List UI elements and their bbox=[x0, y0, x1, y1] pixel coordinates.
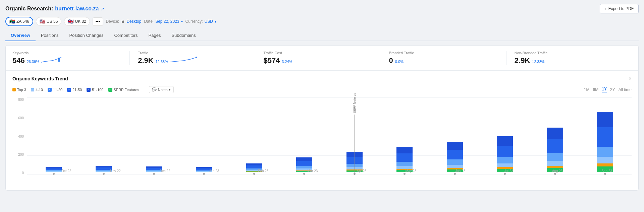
stacked-bar[interactable] bbox=[597, 112, 613, 172]
x-label-jul-23: Jul 23 bbox=[504, 169, 513, 173]
y-label-800: 800 bbox=[18, 98, 24, 101]
legend-dot-top3 bbox=[12, 88, 16, 91]
bar-segment-r4_10 bbox=[547, 161, 563, 166]
flag-za: 🇿🇦 bbox=[9, 19, 15, 24]
legend-label-top3: Top 3 bbox=[17, 88, 26, 92]
keywords-sparkline bbox=[41, 56, 61, 64]
bar-segment-r11_20 bbox=[396, 162, 413, 166]
more-regions-button[interactable]: ••• bbox=[93, 17, 103, 26]
page-title-static: Organic Research: bbox=[5, 6, 53, 12]
time-all[interactable]: All time bbox=[619, 87, 632, 92]
bar-segment-r21_50 bbox=[346, 157, 363, 164]
bar-segment-r51_100 bbox=[597, 112, 613, 127]
date-dropdown-arrow: ▾ bbox=[181, 20, 183, 23]
bar-segment-r51_100 bbox=[497, 136, 513, 146]
traffic-cost-label: Traffic Cost bbox=[263, 51, 372, 55]
legend-label-4-10: 4-10 bbox=[36, 88, 43, 92]
time-1y[interactable]: 1Y bbox=[602, 87, 607, 92]
notes-icon: 💬 bbox=[152, 87, 157, 92]
traffic-label: Traffic bbox=[138, 51, 247, 55]
tab-pages[interactable]: Pages bbox=[143, 30, 166, 41]
chart-controls: Top 3 4-10 ✓ 11-20 ✓ 21-50 bbox=[12, 86, 632, 93]
y-axis: 800 600 400 200 0 bbox=[12, 98, 26, 175]
time-range-row: 1M 6M 1Y 2Y All time bbox=[584, 87, 632, 92]
y-label-400: 400 bbox=[18, 135, 24, 138]
close-chart-button[interactable]: × bbox=[629, 76, 632, 81]
non-branded-label: Non-Branded Traffic bbox=[515, 51, 624, 55]
bar-segment-r21_50 bbox=[597, 127, 613, 147]
region-uk[interactable]: 🇬🇧 UK 32 bbox=[64, 17, 90, 26]
legend-label-51-100: 51-100 bbox=[92, 88, 103, 92]
region-filter-row: 🇿🇦 ZA 546 🇺🇸 US 55 🇬🇧 UK 32 ••• Device: … bbox=[5, 17, 639, 26]
device-icon: 🖥 bbox=[121, 19, 125, 24]
legend-serp[interactable]: ✓ SERP Features bbox=[108, 88, 139, 92]
x-label-dec-22: Dec 22 bbox=[160, 169, 170, 173]
traffic-cost-change: 3.24% bbox=[282, 60, 292, 64]
bar-segment-r11_20 bbox=[497, 157, 513, 163]
flag-us: 🇺🇸 bbox=[40, 19, 45, 24]
device-filter: Device: 🖥 Desktop bbox=[106, 19, 141, 24]
legend-label-serp: SERP Features bbox=[114, 88, 139, 92]
metric-keywords: Keywords 546 26.39% bbox=[12, 51, 130, 65]
legend-21-50[interactable]: ✓ 21-50 bbox=[67, 88, 82, 92]
tab-subdomains[interactable]: Subdomains bbox=[166, 30, 201, 41]
bar-group-sep-23 bbox=[597, 112, 613, 175]
y-label-600: 600 bbox=[18, 116, 24, 120]
bar-segment-r11_20 bbox=[447, 159, 463, 164]
device-value[interactable]: Desktop bbox=[126, 19, 141, 24]
export-pdf-button[interactable]: ↑ Export to PDF bbox=[600, 4, 639, 13]
time-6m[interactable]: 6M bbox=[593, 87, 599, 92]
legend-11-20[interactable]: ✓ 11-20 bbox=[48, 88, 62, 92]
tab-competitors[interactable]: Competitors bbox=[109, 30, 143, 41]
bar-segment-r21_50 bbox=[296, 161, 312, 166]
legend-4-10[interactable]: 4-10 bbox=[31, 88, 43, 92]
tab-overview[interactable]: Overview bbox=[5, 30, 36, 41]
legend-51-100[interactable]: ✓ 51-100 bbox=[87, 88, 103, 92]
legend-dot-4-10 bbox=[31, 88, 34, 91]
tab-positions[interactable]: Positions bbox=[36, 30, 64, 41]
bar-segment-r51_100 bbox=[396, 147, 413, 153]
currency-label: Currency: bbox=[185, 19, 203, 24]
legend-label-11-20: 11-20 bbox=[53, 88, 62, 92]
currency-value[interactable]: USD bbox=[205, 19, 213, 24]
region-za[interactable]: 🇿🇦 ZA 546 bbox=[5, 17, 33, 26]
x-label-apr-23: Apr 23 bbox=[357, 169, 366, 173]
domain-link[interactable]: burnett-law.co.za bbox=[55, 6, 99, 12]
time-2y[interactable]: 2Y bbox=[610, 87, 615, 92]
metric-branded: Branded Traffic 0 0.0% bbox=[389, 51, 506, 65]
legend-check-21-50: ✓ bbox=[67, 88, 71, 92]
keywords-label: Keywords bbox=[12, 51, 121, 55]
region-za-label: ZA 546 bbox=[16, 19, 29, 24]
non-branded-value: 2.9K bbox=[515, 56, 530, 65]
external-link-icon[interactable]: ↗ bbox=[101, 6, 104, 11]
bar-segment-r51_100 bbox=[547, 128, 563, 139]
date-filter: Date: Sep 22, 2023 ▾ bbox=[144, 19, 182, 24]
branded-label: Branded Traffic bbox=[389, 51, 498, 55]
branded-value: 0 bbox=[389, 56, 393, 65]
notes-label: Notes bbox=[158, 88, 168, 92]
metric-traffic-cost: Traffic Cost $574 3.24% bbox=[263, 51, 381, 65]
stacked-bar[interactable] bbox=[547, 128, 563, 172]
bars-container: SERP features bbox=[27, 98, 632, 175]
date-value[interactable]: Sep 22, 2023 bbox=[155, 19, 179, 24]
time-1m[interactable]: 1M bbox=[584, 87, 590, 92]
x-label-jun-23: Jun 23 bbox=[455, 169, 465, 173]
bar-segment-r21_50 bbox=[547, 139, 563, 153]
main-card: Keywords 546 26.39% Traffic 2.9K bbox=[5, 45, 639, 191]
legend-check-51-100: ✓ bbox=[87, 88, 91, 92]
x-label-sep-23: Sep 23 bbox=[601, 169, 612, 173]
chart-section: Organic Keywords Trend × Top 3 4-10 bbox=[6, 71, 638, 190]
legend-top3[interactable]: Top 3 bbox=[12, 88, 26, 92]
tab-position-changes[interactable]: Position Changes bbox=[64, 30, 109, 41]
notes-button[interactable]: 💬 Notes ▾ bbox=[149, 86, 174, 93]
page-container: Organic Research: burnett-law.co.za ↗ ↑ … bbox=[0, 0, 644, 212]
title-area: Organic Research: burnett-law.co.za ↗ bbox=[5, 6, 104, 12]
x-label-jan-23: Jan 23 bbox=[209, 169, 219, 173]
region-uk-label: UK 32 bbox=[75, 19, 86, 24]
region-us[interactable]: 🇺🇸 US 55 bbox=[36, 17, 61, 26]
export-pdf-label: Export to PDF bbox=[608, 6, 634, 11]
chart-area: 800 600 400 200 0 bbox=[12, 98, 632, 185]
branded-value-row: 0 0.0% bbox=[389, 56, 498, 65]
x-label-feb-23: Feb 23 bbox=[258, 169, 268, 173]
x-label-mar-23: Mar 23 bbox=[307, 169, 318, 173]
